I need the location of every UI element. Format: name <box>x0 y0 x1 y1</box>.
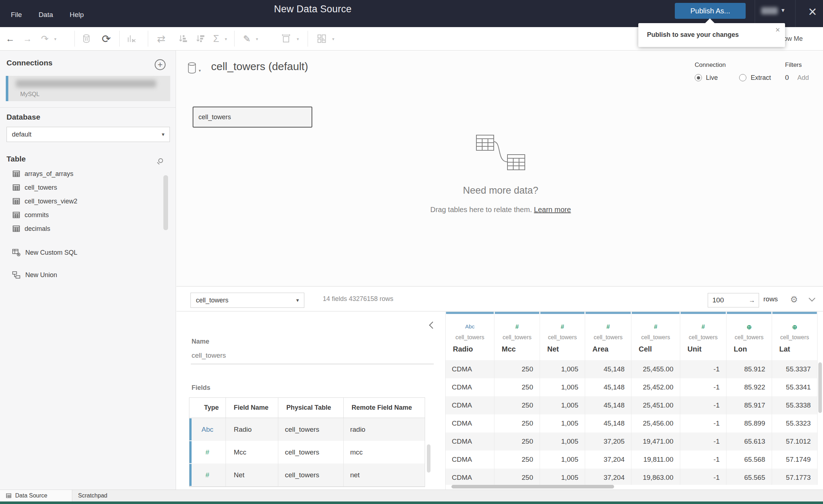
grid-column-header[interactable]: Abc cell_towers Radio <box>446 312 494 360</box>
grid-column-header[interactable]: # cell_towers Mcc <box>494 312 540 360</box>
chevron-down-icon[interactable]: ▾ <box>256 36 258 42</box>
chevron-down-icon[interactable]: ▾ <box>332 36 334 42</box>
column-field-label[interactable]: Lon <box>734 345 747 353</box>
field-type-icon[interactable]: # <box>494 323 540 331</box>
live-radio-label[interactable]: Live <box>706 74 718 82</box>
chevron-down-icon[interactable]: ▾ <box>225 36 227 42</box>
field-type-icon[interactable]: ⊕ <box>726 323 772 331</box>
grid-row[interactable]: CDMA 250 1,005 37,204 19,863.00 -1 65.56… <box>446 469 818 485</box>
grid-column-header[interactable]: # cell_towers Area <box>585 312 631 360</box>
extract-radio[interactable] <box>739 74 746 81</box>
column-header[interactable]: Type <box>189 398 226 418</box>
table-select[interactable]: cell_towers ▾ <box>190 293 304 308</box>
field-type-icon[interactable]: # <box>540 323 585 331</box>
tab-data-source[interactable]: Data Source <box>0 490 72 501</box>
table-list-item[interactable]: commits <box>0 208 170 222</box>
column-header[interactable]: Physical Table <box>278 398 343 418</box>
grid-column-header[interactable]: ⊕ cell_towers Lat <box>772 312 818 360</box>
publish-as-button[interactable]: Publish As... <box>675 3 746 19</box>
grid-column-header[interactable]: # cell_towers Net <box>540 312 585 360</box>
filters-add-link[interactable]: Add <box>797 74 809 82</box>
field-type-icon[interactable]: Abc <box>201 426 213 434</box>
grid-row[interactable]: CDMA 250 1,005 37,205 19,471.00 -1 65.61… <box>446 432 818 451</box>
grid-row[interactable]: CDMA 250 1,005 37,204 19,811.00 -1 65.56… <box>446 451 818 469</box>
undo-icon[interactable]: ← <box>3 27 17 50</box>
table-list-item[interactable]: cell_towers <box>0 181 170 194</box>
menu-item[interactable]: Help <box>70 11 84 19</box>
column-field-label[interactable]: Mcc <box>502 345 516 353</box>
grid-row[interactable]: CDMA 250 1,005 45,148 25,455.00 -1 85.91… <box>446 360 818 378</box>
grid-row[interactable]: CDMA 250 1,005 45,148 25,451.00 -1 85.91… <box>446 396 818 414</box>
replay-icon[interactable]: ↷ <box>38 27 52 50</box>
user-menu[interactable]: ▾ <box>759 4 791 19</box>
row-count-input[interactable]: 100 → <box>708 293 759 307</box>
field-type-icon[interactable]: # <box>631 323 680 331</box>
column-field-label[interactable]: Radio <box>453 345 473 353</box>
table-list-item[interactable]: decimals <box>0 222 170 236</box>
highlight-pen-icon[interactable]: ✎ <box>238 27 256 50</box>
new-custom-sql[interactable]: New Custom SQL <box>0 246 77 259</box>
grid-column-header[interactable]: # cell_towers Unit <box>680 312 726 360</box>
show-me-grid-icon[interactable] <box>312 27 332 50</box>
apply-row-count-icon[interactable]: → <box>749 297 755 304</box>
field-type-icon[interactable]: # <box>206 471 210 479</box>
fit-icon[interactable] <box>277 27 296 50</box>
grid-column-header[interactable]: ⊕ cell_towers Lon <box>726 312 772 360</box>
chevron-down-icon[interactable]: ▾ <box>297 36 299 42</box>
close-icon[interactable]: × <box>775 25 780 35</box>
totals-icon[interactable]: Σ <box>208 27 224 50</box>
field-type-icon[interactable]: ⊕ <box>772 323 817 331</box>
grid-column-header[interactable]: # cell_towers Cell <box>631 312 680 360</box>
field-row[interactable]: # Mcc cell_towers mcc <box>189 441 425 464</box>
tab-scratchpad[interactable]: Scratchpad <box>78 490 132 501</box>
chevron-down-icon[interactable] <box>809 295 815 301</box>
field-name-cell[interactable]: Mcc <box>226 441 279 464</box>
database-select[interactable]: default ▾ <box>7 127 170 142</box>
live-radio[interactable] <box>695 74 702 81</box>
swap-rows-columns-icon[interactable]: ⇄ <box>151 27 171 50</box>
field-row[interactable]: Abc Radio cell_towers radio <box>189 418 425 441</box>
table-list-item[interactable]: arrays_of_arrays <box>0 167 170 181</box>
column-field-label[interactable]: Lat <box>779 345 790 353</box>
column-field-label[interactable]: Unit <box>687 345 702 353</box>
collapse-pane-icon[interactable] <box>429 322 436 329</box>
pause-auto-updates-icon[interactable] <box>77 27 96 50</box>
name-input[interactable]: cell_towers <box>192 352 226 359</box>
clear-sheet-icon[interactable] <box>122 27 141 50</box>
logical-table-cell-towers[interactable]: cell_towers <box>193 107 312 128</box>
grid-vertical-scrollbar-thumb[interactable] <box>818 362 822 413</box>
close-icon[interactable]: × <box>804 1 821 22</box>
chevron-down-icon[interactable]: ▾ <box>54 36 56 42</box>
chevron-down-icon[interactable]: ▾ <box>199 68 201 73</box>
field-type-icon[interactable]: # <box>585 323 631 331</box>
field-row[interactable]: # Net cell_towers net <box>189 464 425 486</box>
add-connection-icon[interactable]: + <box>155 59 166 70</box>
refresh-icon[interactable]: ⟳ <box>97 27 116 50</box>
column-field-label[interactable]: Net <box>547 345 559 353</box>
grid-horizontal-scrollbar-thumb[interactable] <box>451 485 614 488</box>
field-name-cell[interactable]: Net <box>226 464 279 486</box>
new-union[interactable]: New Union <box>0 268 57 282</box>
grid-row[interactable]: CDMA 250 1,005 45,148 25,452.00 -1 85.92… <box>446 378 818 396</box>
field-name-cell[interactable]: Radio <box>226 418 279 441</box>
sidebar-scrollbar-thumb[interactable] <box>163 175 168 230</box>
redo-icon[interactable]: → <box>20 27 35 50</box>
field-type-icon[interactable]: # <box>680 323 726 331</box>
column-header[interactable]: Remote Field Name <box>344 398 425 418</box>
datasource-cylinder-icon[interactable] <box>187 62 197 74</box>
menu-item[interactable]: File <box>11 11 22 19</box>
grid-row[interactable]: CDMA 250 1,005 45,148 25,456.00 -1 85.89… <box>446 414 818 432</box>
column-field-label[interactable]: Area <box>592 345 608 353</box>
table-list-item[interactable]: cell_towers_view2 <box>0 194 170 208</box>
gear-icon[interactable]: ⚙ <box>790 294 798 305</box>
connection-item[interactable]: MySQL <box>6 76 170 101</box>
column-field-label[interactable]: Cell <box>639 345 652 353</box>
field-type-icon[interactable]: # <box>206 448 210 456</box>
menu-item[interactable]: Data <box>39 11 53 19</box>
column-header[interactable]: Field Name <box>226 398 279 418</box>
field-type-icon[interactable]: Abc <box>446 323 494 329</box>
search-icon[interactable] <box>158 158 163 163</box>
learn-more-link[interactable]: Learn more <box>534 206 571 214</box>
fields-scrollbar-thumb[interactable] <box>427 444 430 473</box>
extract-radio-label[interactable]: Extract <box>751 74 771 82</box>
